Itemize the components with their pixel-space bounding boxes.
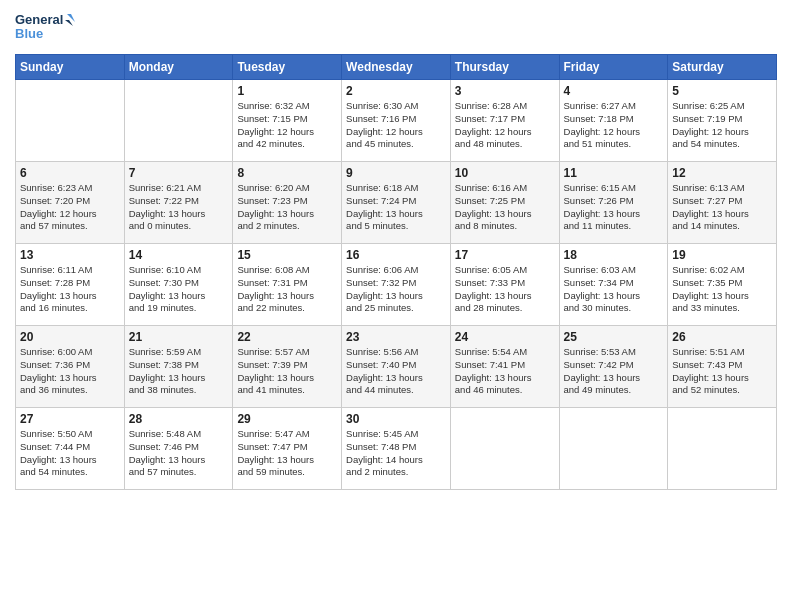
day-number: 26 bbox=[672, 330, 772, 344]
day-cell: 27Sunrise: 5:50 AMSunset: 7:44 PMDayligh… bbox=[16, 408, 125, 490]
day-number: 24 bbox=[455, 330, 555, 344]
day-info: Sunrise: 6:06 AMSunset: 7:32 PMDaylight:… bbox=[346, 264, 446, 315]
day-number: 25 bbox=[564, 330, 664, 344]
day-cell: 17Sunrise: 6:05 AMSunset: 7:33 PMDayligh… bbox=[450, 244, 559, 326]
day-cell: 19Sunrise: 6:02 AMSunset: 7:35 PMDayligh… bbox=[668, 244, 777, 326]
day-cell: 11Sunrise: 6:15 AMSunset: 7:26 PMDayligh… bbox=[559, 162, 668, 244]
day-info: Sunrise: 6:25 AMSunset: 7:19 PMDaylight:… bbox=[672, 100, 772, 151]
day-cell: 25Sunrise: 5:53 AMSunset: 7:42 PMDayligh… bbox=[559, 326, 668, 408]
day-cell: 28Sunrise: 5:48 AMSunset: 7:46 PMDayligh… bbox=[124, 408, 233, 490]
day-info: Sunrise: 6:32 AMSunset: 7:15 PMDaylight:… bbox=[237, 100, 337, 151]
week-row-5: 27Sunrise: 5:50 AMSunset: 7:44 PMDayligh… bbox=[16, 408, 777, 490]
day-number: 4 bbox=[564, 84, 664, 98]
calendar-header: SundayMondayTuesdayWednesdayThursdayFrid… bbox=[16, 55, 777, 80]
day-info: Sunrise: 6:05 AMSunset: 7:33 PMDaylight:… bbox=[455, 264, 555, 315]
day-info: Sunrise: 6:16 AMSunset: 7:25 PMDaylight:… bbox=[455, 182, 555, 233]
day-number: 23 bbox=[346, 330, 446, 344]
col-header-saturday: Saturday bbox=[668, 55, 777, 80]
week-row-1: 1Sunrise: 6:32 AMSunset: 7:15 PMDaylight… bbox=[16, 80, 777, 162]
day-info: Sunrise: 6:03 AMSunset: 7:34 PMDaylight:… bbox=[564, 264, 664, 315]
col-header-friday: Friday bbox=[559, 55, 668, 80]
day-cell: 15Sunrise: 6:08 AMSunset: 7:31 PMDayligh… bbox=[233, 244, 342, 326]
day-info: Sunrise: 6:11 AMSunset: 7:28 PMDaylight:… bbox=[20, 264, 120, 315]
day-info: Sunrise: 5:54 AMSunset: 7:41 PMDaylight:… bbox=[455, 346, 555, 397]
day-cell: 12Sunrise: 6:13 AMSunset: 7:27 PMDayligh… bbox=[668, 162, 777, 244]
day-number: 11 bbox=[564, 166, 664, 180]
day-info: Sunrise: 6:27 AMSunset: 7:18 PMDaylight:… bbox=[564, 100, 664, 151]
day-info: Sunrise: 6:23 AMSunset: 7:20 PMDaylight:… bbox=[20, 182, 120, 233]
day-number: 7 bbox=[129, 166, 229, 180]
day-cell: 9Sunrise: 6:18 AMSunset: 7:24 PMDaylight… bbox=[342, 162, 451, 244]
day-cell: 26Sunrise: 5:51 AMSunset: 7:43 PMDayligh… bbox=[668, 326, 777, 408]
week-row-4: 20Sunrise: 6:00 AMSunset: 7:36 PMDayligh… bbox=[16, 326, 777, 408]
day-info: Sunrise: 5:57 AMSunset: 7:39 PMDaylight:… bbox=[237, 346, 337, 397]
day-number: 14 bbox=[129, 248, 229, 262]
day-info: Sunrise: 5:50 AMSunset: 7:44 PMDaylight:… bbox=[20, 428, 120, 479]
calendar-body: 1Sunrise: 6:32 AMSunset: 7:15 PMDaylight… bbox=[16, 80, 777, 490]
day-cell: 30Sunrise: 5:45 AMSunset: 7:48 PMDayligh… bbox=[342, 408, 451, 490]
day-cell bbox=[450, 408, 559, 490]
day-info: Sunrise: 5:59 AMSunset: 7:38 PMDaylight:… bbox=[129, 346, 229, 397]
day-cell: 18Sunrise: 6:03 AMSunset: 7:34 PMDayligh… bbox=[559, 244, 668, 326]
day-info: Sunrise: 5:53 AMSunset: 7:42 PMDaylight:… bbox=[564, 346, 664, 397]
day-number: 27 bbox=[20, 412, 120, 426]
day-number: 1 bbox=[237, 84, 337, 98]
day-cell: 29Sunrise: 5:47 AMSunset: 7:47 PMDayligh… bbox=[233, 408, 342, 490]
calendar: SundayMondayTuesdayWednesdayThursdayFrid… bbox=[15, 54, 777, 490]
day-info: Sunrise: 5:48 AMSunset: 7:46 PMDaylight:… bbox=[129, 428, 229, 479]
day-cell: 13Sunrise: 6:11 AMSunset: 7:28 PMDayligh… bbox=[16, 244, 125, 326]
day-cell: 6Sunrise: 6:23 AMSunset: 7:20 PMDaylight… bbox=[16, 162, 125, 244]
day-info: Sunrise: 6:10 AMSunset: 7:30 PMDaylight:… bbox=[129, 264, 229, 315]
day-cell bbox=[668, 408, 777, 490]
day-cell: 10Sunrise: 6:16 AMSunset: 7:25 PMDayligh… bbox=[450, 162, 559, 244]
day-info: Sunrise: 6:15 AMSunset: 7:26 PMDaylight:… bbox=[564, 182, 664, 233]
day-number: 12 bbox=[672, 166, 772, 180]
day-cell: 7Sunrise: 6:21 AMSunset: 7:22 PMDaylight… bbox=[124, 162, 233, 244]
day-cell: 8Sunrise: 6:20 AMSunset: 7:23 PMDaylight… bbox=[233, 162, 342, 244]
day-number: 29 bbox=[237, 412, 337, 426]
col-header-monday: Monday bbox=[124, 55, 233, 80]
day-cell: 1Sunrise: 6:32 AMSunset: 7:15 PMDaylight… bbox=[233, 80, 342, 162]
day-info: Sunrise: 5:45 AMSunset: 7:48 PMDaylight:… bbox=[346, 428, 446, 479]
day-number: 22 bbox=[237, 330, 337, 344]
day-number: 16 bbox=[346, 248, 446, 262]
day-cell: 14Sunrise: 6:10 AMSunset: 7:30 PMDayligh… bbox=[124, 244, 233, 326]
day-info: Sunrise: 6:20 AMSunset: 7:23 PMDaylight:… bbox=[237, 182, 337, 233]
day-number: 30 bbox=[346, 412, 446, 426]
day-cell: 16Sunrise: 6:06 AMSunset: 7:32 PMDayligh… bbox=[342, 244, 451, 326]
day-number: 8 bbox=[237, 166, 337, 180]
day-cell: 20Sunrise: 6:00 AMSunset: 7:36 PMDayligh… bbox=[16, 326, 125, 408]
day-number: 19 bbox=[672, 248, 772, 262]
day-cell: 3Sunrise: 6:28 AMSunset: 7:17 PMDaylight… bbox=[450, 80, 559, 162]
day-cell: 5Sunrise: 6:25 AMSunset: 7:19 PMDaylight… bbox=[668, 80, 777, 162]
day-cell: 22Sunrise: 5:57 AMSunset: 7:39 PMDayligh… bbox=[233, 326, 342, 408]
logo-svg: General Blue bbox=[15, 10, 75, 46]
day-number: 18 bbox=[564, 248, 664, 262]
day-number: 3 bbox=[455, 84, 555, 98]
svg-marker-3 bbox=[65, 20, 73, 26]
logo: General Blue bbox=[15, 10, 75, 46]
day-info: Sunrise: 5:51 AMSunset: 7:43 PMDaylight:… bbox=[672, 346, 772, 397]
day-number: 20 bbox=[20, 330, 120, 344]
col-header-wednesday: Wednesday bbox=[342, 55, 451, 80]
day-cell: 21Sunrise: 5:59 AMSunset: 7:38 PMDayligh… bbox=[124, 326, 233, 408]
day-number: 10 bbox=[455, 166, 555, 180]
week-row-3: 13Sunrise: 6:11 AMSunset: 7:28 PMDayligh… bbox=[16, 244, 777, 326]
day-number: 21 bbox=[129, 330, 229, 344]
day-cell bbox=[559, 408, 668, 490]
day-number: 5 bbox=[672, 84, 772, 98]
col-header-tuesday: Tuesday bbox=[233, 55, 342, 80]
day-info: Sunrise: 6:18 AMSunset: 7:24 PMDaylight:… bbox=[346, 182, 446, 233]
day-cell bbox=[16, 80, 125, 162]
day-info: Sunrise: 6:08 AMSunset: 7:31 PMDaylight:… bbox=[237, 264, 337, 315]
day-number: 15 bbox=[237, 248, 337, 262]
day-number: 13 bbox=[20, 248, 120, 262]
day-number: 28 bbox=[129, 412, 229, 426]
page: General Blue SundayMondayTuesdayWednesda… bbox=[0, 0, 792, 612]
day-info: Sunrise: 6:28 AMSunset: 7:17 PMDaylight:… bbox=[455, 100, 555, 151]
day-number: 9 bbox=[346, 166, 446, 180]
svg-text:General: General bbox=[15, 12, 63, 27]
header-row: SundayMondayTuesdayWednesdayThursdayFrid… bbox=[16, 55, 777, 80]
day-info: Sunrise: 6:13 AMSunset: 7:27 PMDaylight:… bbox=[672, 182, 772, 233]
header: General Blue bbox=[15, 10, 777, 46]
